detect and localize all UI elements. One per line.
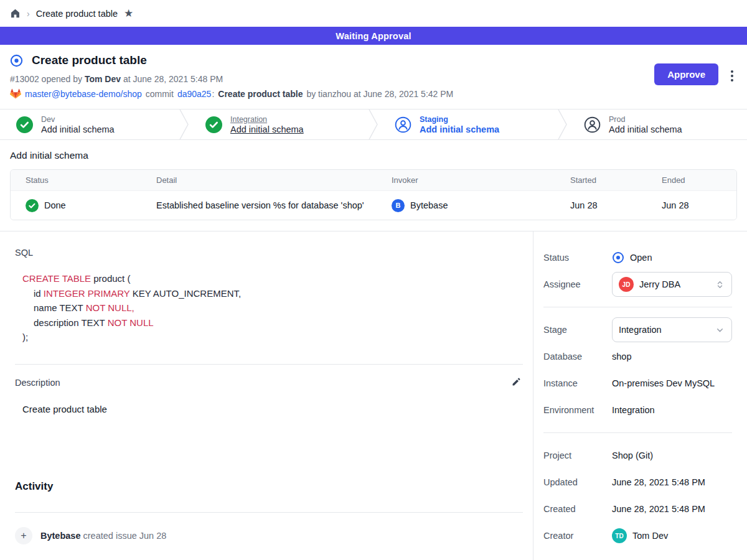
home-icon[interactable]: [10, 8, 21, 19]
gitlab-icon: [10, 88, 21, 99]
updated-value: June 28, 2021 5:48 PM: [612, 477, 732, 487]
environment-value: Integration: [612, 405, 732, 415]
selector-icon: [715, 279, 725, 290]
status-label: Status: [543, 253, 612, 263]
branch-repo-link[interactable]: master@bytebase-demo/shop: [25, 89, 142, 99]
stage-select[interactable]: Integration: [612, 317, 732, 342]
stage-separator: [369, 110, 378, 139]
stage-dev[interactable]: Dev Add initial schema: [0, 110, 179, 139]
assignee-value: Jerry DBA: [639, 279, 709, 289]
stage-task-label: Add initial schema: [230, 124, 304, 134]
commit-message: Create product table: [218, 89, 303, 99]
activity-title: Activity: [15, 480, 523, 493]
created-value: June 28, 2021 5:48 PM: [612, 504, 732, 514]
stage-prod[interactable]: Prod Add initial schema: [568, 110, 747, 139]
instance-row: Instance On-premises Dev MySQL: [543, 371, 732, 396]
activity-author: Bytebase: [40, 531, 80, 541]
issue-author: Tom Dev: [85, 74, 121, 84]
status-row: Status Open: [543, 245, 732, 270]
stage-task-label: Add initial schema: [41, 124, 115, 134]
project-value[interactable]: Shop (Git): [612, 450, 732, 460]
creator-avatar: TD: [612, 528, 627, 543]
stage-pending-approval-icon: [584, 116, 601, 133]
assignee-row: Assignee JD Jerry DBA: [543, 272, 732, 297]
stage-label: Stage: [543, 325, 612, 335]
creator-value: Tom Dev: [632, 531, 668, 541]
stage-env-label: Prod: [609, 115, 682, 124]
stage-staging[interactable]: Staging Add initial schema: [378, 110, 558, 139]
project-label: Project: [543, 450, 612, 460]
stage-task-label: Add initial schema: [609, 124, 682, 134]
commit-hash-link[interactable]: da90a25: [177, 89, 212, 99]
approval-banner-text: Waiting Approval: [336, 31, 411, 41]
issue-meta: #13002 opened by Tom Dev at June 28, 202…: [10, 74, 737, 84]
stage-pending-approval-icon: [395, 116, 411, 133]
assignee-select[interactable]: JD Jerry DBA: [612, 272, 732, 297]
task-invoker-text: Bytebase: [410, 200, 448, 210]
task-done-icon: [26, 199, 39, 212]
col-invoker: Invoker: [377, 175, 555, 185]
database-row: Database shop: [543, 344, 732, 369]
sql-code[interactable]: CREATE TABLE product (id INTEGER PRIMARY…: [22, 271, 523, 345]
activity-create-icon: +: [15, 527, 32, 544]
breadcrumb-page-title[interactable]: Create product table: [36, 9, 118, 19]
environment-label: Environment: [543, 405, 612, 415]
stage-done-icon: [205, 116, 222, 133]
updated-label: Updated: [543, 477, 612, 487]
task-section: Add initial schema Status Detail Invoker…: [0, 140, 747, 220]
creator-row: Creator TD Tom Dev: [543, 523, 732, 548]
col-ended: Ended: [647, 175, 736, 185]
task-table-header: Status Detail Invoker Started Ended: [11, 170, 736, 191]
divider: [543, 432, 732, 433]
issue-header: Create product table #13002 opened by To…: [0, 45, 747, 99]
creator-label: Creator: [543, 531, 612, 541]
stage-separator: [558, 110, 568, 139]
created-row: Created June 28, 2021 5:48 PM: [543, 497, 732, 521]
task-started-text: Jun 28: [555, 200, 647, 210]
instance-value: On-premises Dev MySQL: [612, 378, 732, 388]
breadcrumb: › Create product table ★: [0, 0, 747, 27]
activity-item: + Bytebase created issue Jun 28: [15, 527, 523, 544]
environment-row: Environment Integration: [543, 398, 732, 422]
approve-button[interactable]: Approve: [654, 63, 718, 85]
stage-separator: [179, 110, 189, 139]
database-value: shop: [612, 352, 732, 362]
pipeline-stages: Dev Add initial schema Integration Add i…: [0, 109, 747, 140]
approval-banner: Waiting Approval: [0, 27, 747, 45]
breadcrumb-separator-icon: ›: [27, 9, 30, 19]
issue-open-status-icon: [10, 54, 23, 67]
assignee-avatar: JD: [619, 277, 634, 292]
divider: [543, 307, 732, 307]
activity-action: created issue Jun 28: [83, 531, 167, 541]
more-options-button[interactable]: [728, 68, 736, 84]
edit-description-button[interactable]: [510, 375, 523, 390]
issue-sidebar: Status Open Assignee JD Jerry DBA Stage: [533, 231, 747, 560]
description-content[interactable]: Create product table: [22, 404, 523, 414]
task-table-row[interactable]: Done Established baseline version %s for…: [11, 191, 736, 220]
status-value: Open: [630, 253, 652, 263]
issue-detail-panel: SQL CREATE TABLE product (id INTEGER PRI…: [0, 231, 533, 560]
description-label: Description: [15, 378, 60, 388]
divider: [15, 512, 523, 513]
commit-line: master@bytebase-demo/shop commit da90a25…: [10, 88, 737, 99]
assignee-label: Assignee: [543, 279, 612, 289]
instance-label: Instance: [543, 378, 612, 388]
status-open-icon: [612, 251, 624, 264]
stage-value: Integration: [619, 325, 709, 335]
task-section-title: Add initial schema: [10, 150, 737, 161]
project-row: Project Shop (Git): [543, 443, 732, 468]
stage-env-label: Staging: [420, 115, 499, 124]
stage-env-label: Dev: [41, 115, 115, 124]
divider: [15, 364, 523, 365]
stage-env-label: Integration: [230, 115, 304, 124]
stage-done-icon: [16, 116, 33, 133]
favorite-star-icon[interactable]: ★: [124, 8, 133, 19]
stage-integration[interactable]: Integration Add initial schema: [189, 110, 369, 139]
stage-task-label: Add initial schema: [420, 124, 499, 134]
chevron-down-icon: [715, 325, 725, 335]
invoker-avatar: B: [392, 199, 405, 212]
created-label: Created: [543, 504, 612, 514]
task-detail-text: Established baseline version %s for data…: [141, 200, 377, 210]
task-status-text: Done: [44, 200, 66, 210]
task-ended-text: Jun 28: [647, 200, 736, 210]
